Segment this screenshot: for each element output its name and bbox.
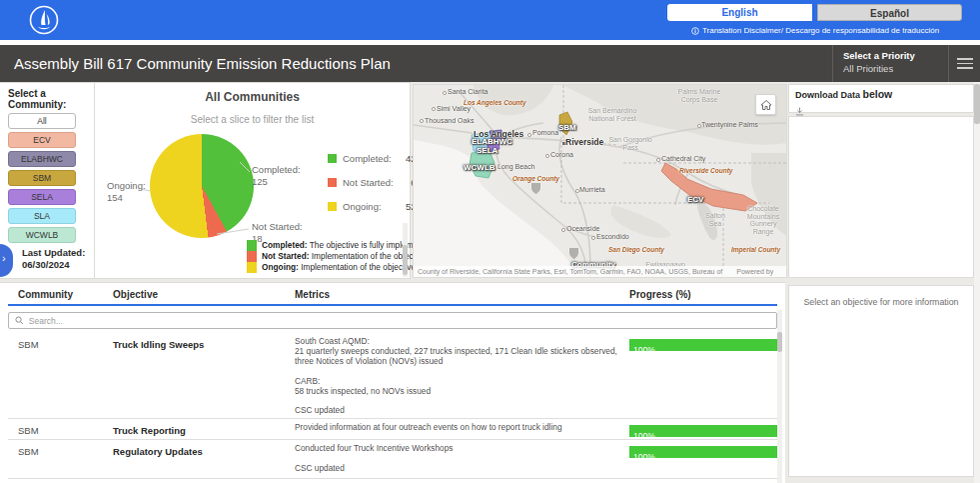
table-row[interactable]: SBMTruck Idling SweepsSouth Coast AQMD:2… (8, 333, 777, 418)
community-button-ecv[interactable]: ECV (8, 132, 76, 148)
legend-label: Not Started: (343, 177, 399, 188)
priority-selector[interactable]: Select a Priority All Priorities (832, 45, 949, 82)
cell-progress: 100% (629, 423, 779, 437)
pie-chart[interactable] (150, 134, 254, 238)
detail-placeholder-text: Select an objective for more information (789, 297, 973, 307)
community-button-wcwlb[interactable]: WCWLB (8, 227, 76, 243)
cell-objective: Truck Reporting (113, 423, 295, 437)
legend-row-completed[interactable]: Completed: 42% (328, 153, 425, 164)
map-powered-by: Powered by Esri (736, 266, 782, 277)
cell-objective: Truck Idling Sweeps (113, 337, 295, 416)
community-button-list: AllECVELABHWCSBMSELASLAWCWLB (0, 113, 94, 243)
map-attribution-text: County of Riverside, California State Pa… (418, 266, 736, 277)
page-title: Assembly Bill 617 Community Emission Red… (14, 45, 391, 82)
column-header-progress[interactable]: Progress (%) (629, 289, 777, 300)
hamburger-menu-icon[interactable] (950, 45, 980, 82)
cell-metrics: Provided information at four outreach ev… (295, 423, 629, 437)
language-english-button[interactable]: English (667, 4, 812, 21)
search-input[interactable] (29, 316, 770, 326)
page-scrollbar[interactable] (974, 82, 980, 483)
table-scrollbar[interactable] (777, 310, 782, 483)
legend-row-not-started[interactable]: Not Started: 6% (328, 177, 425, 188)
disclaimer-text: Translation Disclaimer/ Descargo de resp… (702, 26, 939, 35)
cell-objective: Regulatory Updates (113, 444, 295, 476)
cell-progress: 100% (629, 444, 779, 476)
pie-chart-title: All Communities (95, 90, 410, 104)
map-basemap (414, 85, 787, 278)
community-filter-label: Select a Community: (0, 83, 94, 113)
definition-swatch-not-started (247, 251, 257, 262)
download-data-panel: Download Data below (788, 84, 974, 113)
download-data-title: Download Data below (795, 88, 973, 100)
legend-label: Ongoing: (343, 201, 399, 212)
legend-swatch-completed (328, 154, 337, 163)
table-row[interactable]: SBMTruck ReportingProvided information a… (8, 418, 777, 439)
column-header-metrics[interactable]: Metrics (295, 289, 629, 300)
translation-disclaimer-link[interactable]: Translation Disclaimer/ Descargo de resp… (667, 26, 963, 35)
table-header-row: Community Objective Metrics Progress (%) (8, 283, 777, 306)
legend-row-ongoing[interactable]: Ongoing: 52% (328, 201, 425, 212)
progress-bar: 100% (629, 425, 779, 437)
right-empty-panel (788, 116, 974, 278)
cell-metrics: Conducted four Truck Incentive Workshops… (295, 444, 629, 476)
callout-ongoing: Ongoing: 154 (107, 180, 146, 204)
table-search (8, 312, 777, 329)
cell-progress: 100% (629, 337, 779, 416)
column-header-community[interactable]: Community (18, 289, 113, 300)
top-header-bar: English Español Translation Disclaimer/ … (0, 0, 980, 40)
progress-value: 100% (629, 344, 655, 356)
definition-swatch-ongoing (247, 262, 257, 273)
last-updated: Last Updated: 06/30/2024 (22, 247, 85, 271)
community-button-sela[interactable]: SELA (8, 189, 76, 205)
community-button-all[interactable]: All (8, 113, 76, 129)
cell-community: SBM (18, 337, 113, 416)
legend-swatch-not-started (328, 178, 337, 187)
priority-value: All Priorities (843, 63, 948, 74)
map[interactable]: Santa Clarita Los Angeles County Simi Va… (413, 84, 787, 278)
legend-swatch-ongoing (328, 202, 337, 211)
progress-value: 100% (629, 430, 655, 442)
language-toggle: English Español (667, 4, 963, 21)
objectives-table-panel: Community Objective Metrics Progress (%)… (0, 282, 785, 483)
progress-bar: 100% (629, 339, 779, 351)
progress-value: 100% (629, 451, 655, 463)
cell-metrics: South Coast AQMD:21 quarterly sweeps con… (295, 337, 629, 416)
map-attribution: County of Riverside, California State Pa… (414, 266, 786, 277)
language-spanish-button[interactable]: Español (817, 4, 962, 21)
carb-logo-icon (28, 4, 60, 36)
pie-legend: Completed: 42% Not Started: 6% Ongoing: … (328, 153, 425, 225)
community-button-sbm[interactable]: SBM (8, 170, 76, 186)
definition-swatch-completed (247, 240, 257, 251)
column-header-objective[interactable]: Objective (113, 289, 295, 300)
title-bar: Assembly Bill 617 Community Emission Red… (0, 45, 980, 82)
progress-bar: 100% (629, 446, 779, 458)
table-row[interactable]: SBMRegulatory UpdatesConducted four Truc… (8, 439, 777, 478)
table-row[interactable]: SBMTruck Incentive OutreachCarl Moyer Pr… (8, 478, 777, 483)
pie-panel-scrollbar[interactable] (403, 223, 408, 277)
search-icon (15, 316, 24, 325)
table-body: SBMTruck Idling SweepsSouth Coast AQMD:2… (0, 333, 785, 483)
last-updated-value: 06/30/2024 (22, 259, 85, 271)
pie-chart-subtitle: Select a slice to filter the list (95, 114, 410, 125)
info-icon (691, 27, 699, 35)
objective-detail-panel: Select an objective for more information (788, 285, 974, 477)
callout-completed: Completed: 125 (252, 164, 301, 188)
priority-label: Select a Priority (843, 50, 948, 61)
pie-chart-panel: All Communities Select a slice to filter… (95, 82, 411, 279)
legend-label: Completed: (343, 153, 399, 164)
last-updated-label: Last Updated: (22, 247, 85, 259)
app-root: English Español Translation Disclaimer/ … (0, 0, 980, 483)
home-icon (760, 99, 772, 111)
cell-community: SBM (18, 444, 113, 476)
cell-community: SBM (18, 423, 113, 437)
map-home-button[interactable] (755, 94, 776, 115)
community-button-elabhwc[interactable]: ELABHWC (8, 151, 76, 167)
community-button-sla[interactable]: SLA (8, 208, 76, 224)
